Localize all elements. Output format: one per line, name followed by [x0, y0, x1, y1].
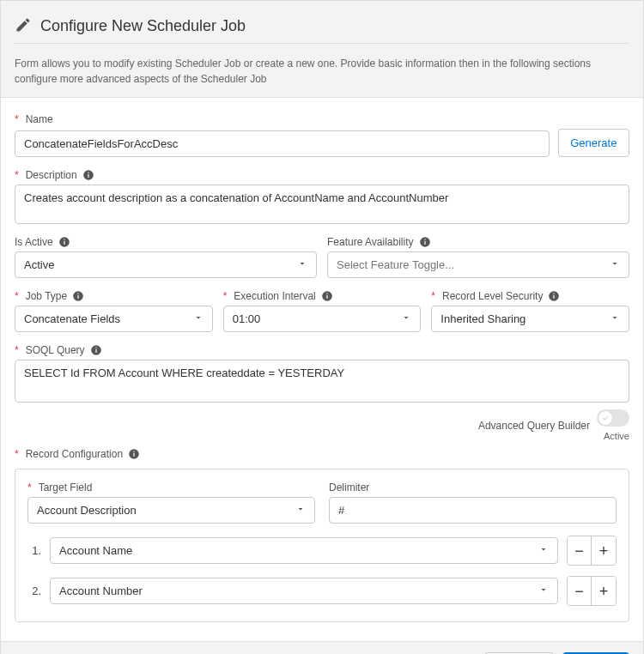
- svg-rect-4: [64, 241, 64, 245]
- job-type-select[interactable]: Concatenate Fields: [15, 306, 213, 332]
- svg-rect-1: [88, 174, 88, 178]
- aqb-toggle[interactable]: [597, 409, 629, 427]
- row-index: 1.: [27, 544, 41, 557]
- svg-rect-5: [64, 239, 64, 240]
- generate-button[interactable]: Generate: [558, 129, 629, 157]
- svg-rect-19: [95, 349, 96, 353]
- remove-row-button[interactable]: −: [568, 577, 592, 605]
- svg-rect-10: [78, 295, 79, 299]
- name-label: *Name: [15, 113, 629, 125]
- svg-rect-2: [88, 173, 88, 173]
- name-input[interactable]: [15, 130, 550, 157]
- aqb-label: Advanced Query Builder: [478, 420, 590, 432]
- add-row-button[interactable]: +: [592, 536, 616, 565]
- svg-rect-8: [424, 239, 425, 240]
- info-icon: [72, 290, 84, 302]
- info-icon: [90, 344, 102, 356]
- is-active-select[interactable]: Active: [15, 251, 317, 278]
- info-icon: [321, 290, 333, 302]
- add-row-button[interactable]: +: [592, 577, 616, 605]
- chevron-down-icon: [297, 258, 307, 271]
- field-row-2: 2. Account Number − +: [27, 576, 617, 606]
- chevron-down-icon: [538, 584, 549, 597]
- svg-rect-17: [554, 294, 555, 294]
- field-select[interactable]: Account Name: [50, 537, 558, 564]
- target-field-label: *Target Field: [27, 481, 315, 494]
- dialog-description: Form allows you to modify existing Sched…: [15, 56, 629, 87]
- execution-interval-select[interactable]: 01:00: [223, 306, 422, 332]
- toggle-knob: [598, 411, 612, 425]
- scheduler-job-dialog: Configure New Scheduler Job Form allows …: [0, 0, 644, 654]
- description-textarea[interactable]: [15, 185, 629, 224]
- svg-rect-16: [554, 295, 555, 299]
- info-icon: [128, 448, 140, 460]
- record-level-security-label: *Record Level Security: [431, 290, 629, 302]
- job-type-label: *Job Type: [15, 290, 213, 302]
- is-active-label: Is Active: [15, 236, 317, 248]
- dialog-title: Configure New Scheduler Job: [40, 17, 246, 35]
- description-label: *Description: [15, 169, 629, 181]
- svg-rect-11: [78, 294, 79, 294]
- svg-rect-23: [133, 451, 134, 452]
- feature-availability-select[interactable]: Select Feature Toggle...: [327, 251, 629, 278]
- info-icon: [58, 236, 70, 248]
- soql-query-textarea[interactable]: [15, 360, 629, 403]
- svg-rect-14: [326, 294, 327, 294]
- row-index: 2.: [27, 584, 41, 597]
- field-select[interactable]: Account Number: [50, 578, 558, 604]
- form-body: *Name Generate *Description Is Active: [1, 98, 643, 641]
- record-level-security-select[interactable]: Inherited Sharing: [431, 306, 629, 332]
- delimiter-input[interactable]: [329, 497, 617, 524]
- row-controls: − +: [567, 536, 617, 566]
- svg-rect-13: [326, 295, 327, 299]
- feature-availability-label: Feature Availability: [327, 236, 629, 248]
- info-icon: [419, 236, 431, 248]
- dialog-header: Configure New Scheduler Job Form allows …: [1, 1, 643, 98]
- record-config-box: *Target Field Account Description Delimi…: [15, 469, 629, 622]
- chevron-down-icon: [610, 312, 620, 325]
- info-icon: [548, 290, 560, 302]
- dialog-footer: Close Save: [1, 641, 643, 654]
- execution-interval-label: *Execution Interval: [223, 290, 422, 302]
- chevron-down-icon: [295, 504, 306, 517]
- edit-icon: [15, 16, 32, 36]
- row-controls: − +: [567, 576, 617, 606]
- field-row-1: 1. Account Name − +: [27, 536, 617, 566]
- svg-rect-20: [95, 348, 96, 348]
- soql-query-label: *SOQL Query: [15, 344, 629, 356]
- header-divider: [15, 43, 629, 44]
- target-field-select[interactable]: Account Description: [27, 497, 315, 524]
- chevron-down-icon: [538, 544, 549, 557]
- chevron-down-icon: [610, 258, 620, 271]
- chevron-down-icon: [193, 312, 204, 325]
- svg-rect-7: [424, 241, 425, 245]
- delimiter-label: Delimiter: [329, 481, 617, 494]
- remove-row-button[interactable]: −: [568, 536, 592, 565]
- aqb-status: Active: [597, 431, 629, 441]
- chevron-down-icon: [401, 312, 411, 325]
- svg-rect-22: [133, 453, 134, 457]
- record-configuration-label: *Record Configuration: [15, 448, 629, 460]
- info-icon: [82, 169, 94, 181]
